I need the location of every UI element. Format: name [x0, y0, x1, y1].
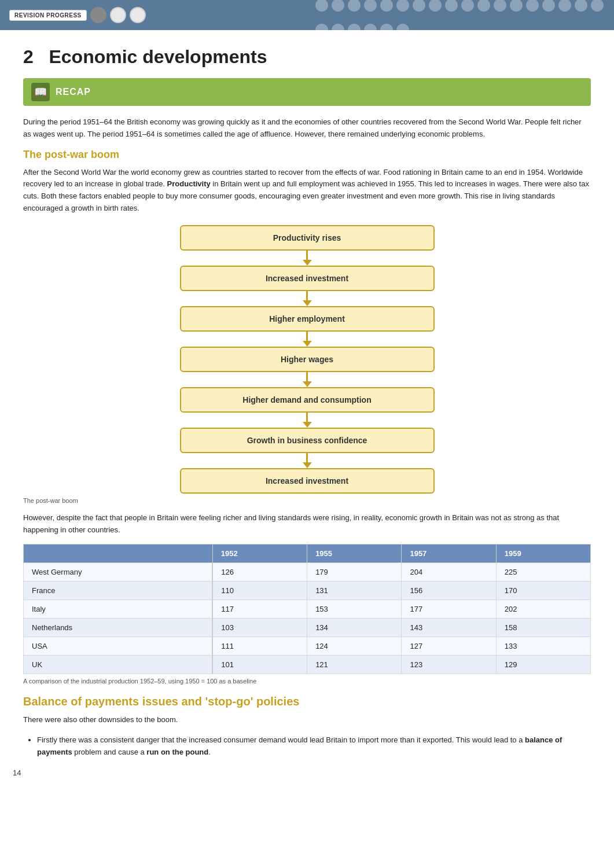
- run-on-pound-bold: run on the pound: [146, 748, 208, 756]
- table-row: West Germany 126 179 204 225: [24, 563, 591, 582]
- table-cell-1959: 170: [496, 582, 590, 600]
- table-cell-1957: 204: [402, 563, 496, 582]
- table-row: Netherlands 103 134 143 158: [24, 619, 591, 637]
- list-item: Firstly there was a consistent danger th…: [37, 734, 591, 759]
- flow-box-7: Increased investment: [180, 468, 435, 494]
- progress-circle-3: [130, 7, 146, 23]
- table-cell-1959: 225: [496, 563, 590, 582]
- flow-box-1: Productivity rises: [180, 225, 435, 251]
- table-cell-1959: 202: [496, 600, 590, 619]
- chapter-number: 2: [23, 46, 34, 67]
- table-header-country: [24, 545, 213, 563]
- main-content: 2 Economic developments 📖 RECAP During t…: [0, 30, 614, 788]
- table-cell-1957: 127: [402, 637, 496, 656]
- flow-box-2: Increased investment: [180, 266, 435, 291]
- table-cell-country: UK: [24, 656, 213, 674]
- productivity-bold: Productivity: [167, 179, 211, 188]
- diagram-caption: The post-war boom: [23, 497, 591, 504]
- table-cell-1959: 133: [496, 637, 590, 656]
- bullet-text-2: problem and cause a: [72, 748, 147, 756]
- table-cell-1952: 117: [212, 600, 307, 619]
- table-cell-1957: 143: [402, 619, 496, 637]
- table-cell-1955: 134: [307, 619, 402, 637]
- table-cell-1952: 111: [212, 637, 307, 656]
- table-cell-1955: 121: [307, 656, 402, 674]
- table-cell-1952: 126: [212, 563, 307, 582]
- progress-circle-1: [90, 7, 106, 23]
- bullet-text-1: Firstly there was a consistent danger th…: [37, 735, 525, 744]
- bullet-text-3: .: [208, 748, 211, 756]
- table-cell-country: USA: [24, 637, 213, 656]
- flow-arrow-2: [303, 291, 312, 306]
- balance-heading: Balance of payments issues and 'stop-go'…: [23, 695, 591, 708]
- table-cell-1959: 158: [496, 619, 590, 637]
- flow-arrow-1: [303, 251, 312, 266]
- chapter-title: 2 Economic developments: [23, 46, 591, 68]
- flow-box-5: Higher demand and consumption: [180, 387, 435, 413]
- table-cell-1955: 153: [307, 600, 402, 619]
- balance-bullets: Firstly there was a consistent danger th…: [37, 734, 591, 759]
- progress-circle-2: [110, 7, 126, 23]
- flow-box-6: Growth in business confidence: [180, 428, 435, 453]
- flow-diagram: Productivity rises Increased investment …: [180, 225, 435, 494]
- table-cell-1957: 123: [402, 656, 496, 674]
- table-cell-country: Italy: [24, 600, 213, 619]
- post-war-heading: The post-war boom: [23, 149, 591, 161]
- table-cell-country: Netherlands: [24, 619, 213, 637]
- flow-box-4: Higher wages: [180, 347, 435, 372]
- progress-circles: [90, 7, 146, 23]
- table-header-1952: 1952: [212, 545, 307, 563]
- table-cell-1957: 177: [402, 600, 496, 619]
- industrial-production-table: 1952 1955 1957 1959 West Germany 126 179…: [23, 544, 591, 674]
- table-row: USA 111 124 127 133: [24, 637, 591, 656]
- post-war-text: After the Second World War the world eco…: [23, 167, 591, 215]
- table-cell-1955: 131: [307, 582, 402, 600]
- page-number: 14: [13, 768, 21, 777]
- table-cell-country: West Germany: [24, 563, 213, 582]
- table-header-1959: 1959: [496, 545, 590, 563]
- top-bar: REVISION PROGRESS: [0, 0, 614, 30]
- flow-arrow-5: [303, 413, 312, 428]
- balance-intro: There were also other downsides to the b…: [23, 714, 591, 726]
- flow-arrow-3: [303, 332, 312, 347]
- table-cell-1959: 129: [496, 656, 590, 674]
- table-cell-1952: 101: [212, 656, 307, 674]
- table-cell-1957: 156: [402, 582, 496, 600]
- table-row: Italy 117 153 177 202: [24, 600, 591, 619]
- table-cell-1952: 103: [212, 619, 307, 637]
- table-cell-1955: 124: [307, 637, 402, 656]
- flow-box-3: Higher employment: [180, 306, 435, 332]
- table-cell-1955: 179: [307, 563, 402, 582]
- table-cell-1952: 110: [212, 582, 307, 600]
- table-header-1955: 1955: [307, 545, 402, 563]
- comparison-text: However, despite the fact that people in…: [23, 512, 591, 536]
- table-header-1957: 1957: [402, 545, 496, 563]
- recap-label: RECAP: [56, 87, 91, 97]
- table-row: France 110 131 156 170: [24, 582, 591, 600]
- table-cell-country: France: [24, 582, 213, 600]
- recap-box: 📖 RECAP: [23, 78, 591, 106]
- chapter-title-text: Economic developments: [49, 46, 267, 67]
- flow-arrow-4: [303, 372, 312, 387]
- table-row: UK 101 121 123 129: [24, 656, 591, 674]
- table-caption: A comparison of the industrial productio…: [23, 678, 591, 685]
- recap-icon: 📖: [31, 83, 50, 101]
- intro-text: During the period 1951–64 the British ec…: [23, 116, 591, 141]
- revision-progress-badge: REVISION PROGRESS: [9, 10, 87, 21]
- flow-arrow-6: [303, 453, 312, 468]
